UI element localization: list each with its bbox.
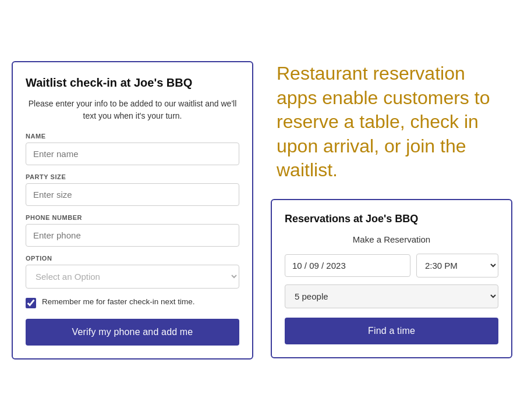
- date-input[interactable]: [285, 254, 410, 277]
- promo-text: Restaurant reservation apps enable custo…: [271, 62, 512, 183]
- option-select[interactable]: Select an Option Option 1 Option 2: [26, 265, 239, 289]
- verify-button[interactable]: Verify my phone and add me: [26, 319, 239, 346]
- phone-label: PHONE NUMBER: [26, 214, 239, 221]
- find-time-button[interactable]: Find a time: [285, 318, 498, 344]
- waitlist-title: Waitlist check-in at Joe's BBQ: [26, 76, 239, 90]
- remember-row: Remember me for faster check-in next tim…: [26, 297, 239, 308]
- reservation-card: Reservations at Joe's BBQ Make a Reserva…: [271, 199, 512, 358]
- name-group: NAME: [26, 133, 239, 165]
- people-select[interactable]: 1 person 2 people 3 people 4 people 5 pe…: [285, 284, 498, 308]
- option-group: OPTION Select an Option Option 1 Option …: [26, 255, 239, 289]
- phone-input[interactable]: [26, 224, 239, 247]
- reservation-subtitle: Make a Reservation: [285, 234, 498, 244]
- party-input[interactable]: [26, 183, 239, 206]
- waitlist-subtitle: Please enter your info to be added to ou…: [26, 98, 239, 122]
- date-time-row: 12:00 PM 12:30 PM 1:00 PM 1:30 PM 2:00 P…: [285, 254, 498, 277]
- remember-checkbox[interactable]: [26, 298, 36, 308]
- remember-label: Remember me for faster check-in next tim…: [42, 297, 195, 308]
- waitlist-panel: Waitlist check-in at Joe's BBQ Please en…: [12, 61, 253, 360]
- right-panel: Restaurant reservation apps enable custo…: [271, 62, 512, 358]
- option-label: OPTION: [26, 255, 239, 262]
- name-input[interactable]: [26, 143, 239, 165]
- phone-group: PHONE NUMBER: [26, 214, 239, 247]
- name-label: NAME: [26, 133, 239, 140]
- party-label: PARTY SIZE: [26, 173, 239, 180]
- time-select[interactable]: 12:00 PM 12:30 PM 1:00 PM 1:30 PM 2:00 P…: [416, 254, 498, 277]
- reservation-title: Reservations at Joe's BBQ: [285, 213, 498, 225]
- page-container: Waitlist check-in at Joe's BBQ Please en…: [0, 0, 524, 420]
- party-group: PARTY SIZE: [26, 173, 239, 206]
